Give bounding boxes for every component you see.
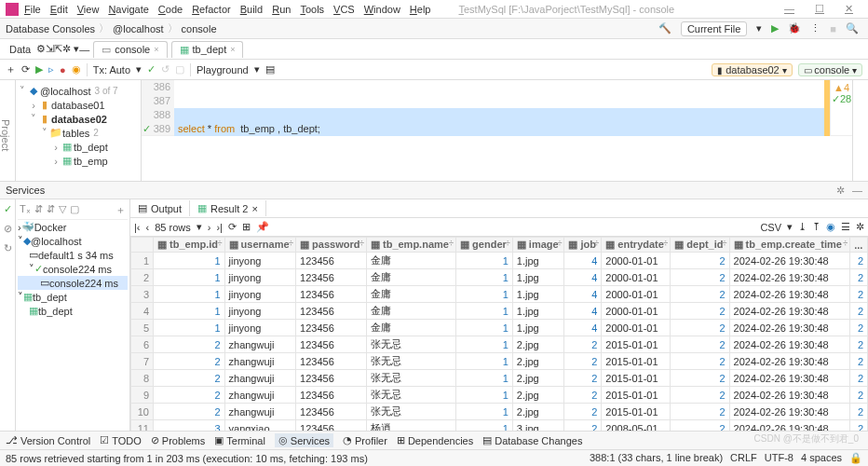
inspect-warn[interactable]: ▲4 (831, 82, 852, 93)
menu-edit[interactable]: Edit (50, 4, 68, 15)
schema-chip[interactable]: ▮ database02 ▾ (712, 63, 792, 76)
svc-ok-icon[interactable]: ✓ (4, 203, 12, 215)
todo-tool[interactable]: ☑ TODO (100, 434, 142, 446)
view-icon[interactable]: ◉ (826, 221, 835, 233)
data-label: Data (4, 42, 36, 57)
res-settings-icon[interactable]: ✲ (856, 221, 864, 233)
app-logo (6, 3, 19, 16)
indent[interactable]: 4 spaces (801, 452, 842, 464)
dbchanges-tool[interactable]: ▤ Database Changes (482, 434, 582, 446)
refresh-icon[interactable]: ⟳ (21, 63, 30, 75)
svc-cancel-icon[interactable]: ⊘ (4, 223, 12, 235)
output-tab[interactable]: ▤Output (130, 200, 190, 216)
menu-code[interactable]: Code (158, 4, 183, 15)
menu-navigate[interactable]: Navigate (108, 4, 148, 15)
csv-label[interactable]: CSV (760, 222, 781, 233)
problems-tool[interactable]: ⊘ Problems (151, 434, 205, 446)
gear-icon[interactable]: ✲ ▾ (62, 43, 79, 55)
tx-mode[interactable]: Tx: Auto (93, 64, 130, 75)
settings-icon[interactable]: ▤ (265, 63, 275, 75)
terminal-tool[interactable]: ▣ Terminal (214, 434, 265, 446)
caret-pos[interactable]: 388:1 (33 chars, 1 line break) (590, 452, 723, 464)
more-icon[interactable]: ⋮ (810, 22, 821, 34)
tab-tbdept[interactable]: ▦tb_dept× (171, 41, 244, 58)
cancel-icon[interactable]: ▢ (175, 63, 184, 75)
gutter: 386387388✓ 389 (142, 80, 174, 135)
status-msg: 85 rows retrieved starting from 1 in 203… (6, 453, 368, 464)
first-icon[interactable]: |‹ (134, 222, 141, 233)
svc-settings-icon[interactable]: ✲ (836, 185, 845, 197)
menu-view[interactable]: View (77, 4, 100, 15)
rollback-icon[interactable]: ↺ (161, 63, 170, 75)
menu-vcs[interactable]: VCS (333, 4, 355, 15)
rowcount: 85 rows (155, 222, 191, 233)
explain-icon[interactable]: ◉ (72, 63, 81, 75)
menu-tools[interactable]: Tools (300, 4, 324, 15)
menu-window[interactable]: Window (364, 4, 400, 15)
pin-icon[interactable]: 📌 (256, 221, 269, 233)
breadcrumb-a[interactable]: Database Consoles (6, 23, 95, 34)
host-node[interactable]: @localhost (31, 236, 82, 247)
maximize-icon[interactable]: ☐ (815, 3, 824, 15)
playground[interactable]: Playground (197, 64, 249, 75)
console-result[interactable]: console (49, 278, 85, 289)
menu-file[interactable]: File (24, 4, 41, 15)
database-tree[interactable]: ˅◆@localhost3 of 7 ›▮database01 ˅▮databa… (16, 80, 142, 181)
vc-tool[interactable]: ⎇ Version Control (6, 434, 90, 446)
debug-icon[interactable]: 🐞 (788, 22, 801, 34)
add-icon[interactable]: ＋ (6, 62, 16, 76)
last-icon[interactable]: ›| (216, 222, 223, 233)
services-title: Services (6, 185, 45, 196)
project-tool[interactable]: Project (0, 119, 11, 151)
next-icon[interactable]: › (208, 222, 211, 233)
collapse-icon[interactable]: ⇱ (54, 43, 62, 55)
encoding[interactable]: UTF-8 (765, 452, 793, 464)
lineend[interactable]: CRLF (730, 452, 757, 464)
columns-icon[interactable]: ☰ (841, 221, 850, 233)
watermark: CSDN @不是做不到君_0 (754, 432, 859, 445)
stop-run-icon[interactable]: ● (60, 64, 66, 75)
tab-console[interactable]: ▭console× (93, 41, 167, 58)
step-icon[interactable]: ▹ (48, 63, 54, 75)
run-icon[interactable]: ▶ (771, 22, 779, 34)
breadcrumb-b[interactable]: @localhost (113, 23, 164, 34)
breadcrumb-c[interactable]: console (182, 23, 217, 34)
svc-refresh-icon[interactable]: ↻ (4, 242, 12, 254)
search-icon[interactable]: 🔍 (846, 22, 859, 34)
run-config[interactable]: Current File (681, 21, 747, 36)
filter-icon[interactable]: ⚙ (36, 43, 46, 55)
services-tool[interactable]: ◎ Services (275, 433, 333, 447)
svc-hide-icon[interactable]: — (852, 185, 862, 197)
session-chip[interactable]: ▭ console ▾ (798, 63, 862, 76)
hide-icon[interactable]: — (79, 44, 89, 55)
profiler-tool[interactable]: ◔ Profiler (343, 434, 387, 446)
build-icon[interactable]: 🔨 (658, 22, 671, 34)
menu-help[interactable]: Help (410, 4, 431, 15)
sql-editor[interactable]: select * from tb_emp , tb_dept; (174, 80, 830, 135)
deps-tool[interactable]: ⊞ Dependencies (397, 434, 473, 446)
expand-icon[interactable]: ⇲ (46, 43, 54, 55)
import-icon[interactable]: ⤒ (812, 221, 821, 233)
result-tab[interactable]: ▦Result 2× (190, 200, 266, 216)
window-title: TestMySql [F:\JavaPorject\TestMySql] - c… (458, 4, 674, 15)
docker-node[interactable]: Docker (34, 222, 67, 233)
addrow-icon[interactable]: ⊞ (242, 221, 251, 233)
reload-icon[interactable]: ⟳ (228, 221, 237, 233)
play-icon[interactable]: ▶ (35, 63, 43, 75)
close-icon[interactable]: ✕ (845, 3, 853, 15)
commit-icon[interactable]: ✓ (147, 63, 156, 75)
prev-icon[interactable]: ‹ (146, 222, 150, 233)
export-icon[interactable]: ⤓ (798, 221, 807, 233)
lock-icon[interactable]: 🔒 (849, 452, 862, 464)
tx-icon[interactable]: Tₓ (20, 203, 31, 217)
minimize-icon[interactable]: — (784, 3, 794, 15)
menu-refactor[interactable]: Refactor (192, 4, 231, 15)
menu-build[interactable]: Build (240, 4, 263, 15)
inspect-ok[interactable]: ✓28 (831, 93, 852, 105)
stop-icon[interactable]: ■ (830, 23, 836, 34)
menu-run[interactable]: Run (272, 4, 291, 15)
